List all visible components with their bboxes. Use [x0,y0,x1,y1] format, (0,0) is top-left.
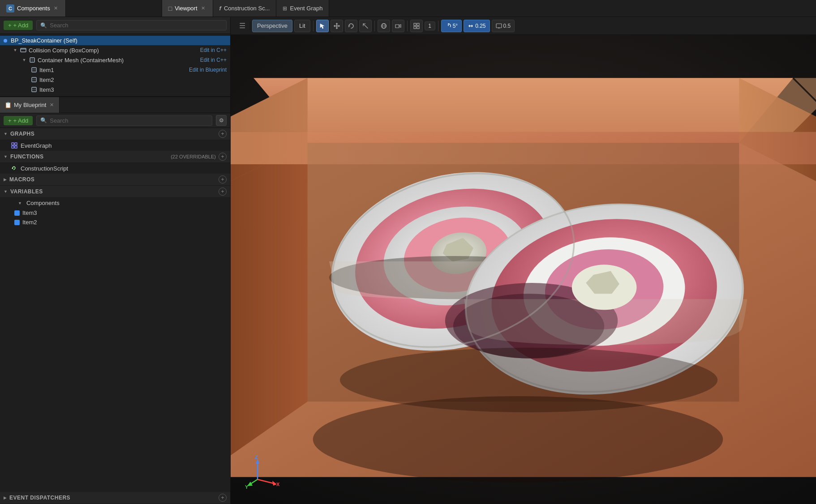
item2-var-dot [14,220,20,225]
blueprint-search-input[interactable] [50,117,208,124]
tree-item-item1[interactable]: Item1 Edit in Blueprint [0,65,230,75]
camera-icon-button[interactable] [392,20,404,32]
blueprint-tab[interactable]: 📋 My Blueprint ✕ [0,97,60,113]
tab-construction-script[interactable]: f Construction Sc... [213,0,277,17]
construction-script-icon [11,165,18,172]
world-icon-button[interactable] [378,20,390,32]
dispatchers-add-button[interactable]: + [219,494,227,502]
blueprint-search-bar[interactable]: 🔍 [36,115,212,126]
bp-event-graph-item[interactable]: EventGraph [0,140,230,151]
viewport-3d[interactable]: Z X Y [231,35,816,504]
macros-label: MACROS [9,176,216,183]
scale-tool-button[interactable] [359,20,372,32]
mesh-icon-item2 [30,76,38,83]
bp-item3-var[interactable]: Item3 [0,208,230,218]
tree-item-collision[interactable]: ▼ Collision Comp (BoxComp) Edit in C++ [0,45,230,55]
graphs-add-button[interactable]: + [219,130,227,138]
perspective-button[interactable]: Perspective [252,20,292,32]
hamburger-button[interactable]: ☰ [234,21,250,30]
svg-rect-15 [417,26,419,29]
grid-icon-button[interactable] [410,20,423,32]
toolbar-separator-3 [407,21,408,31]
viewport-tab-close[interactable]: ✕ [200,5,206,12]
graphs-label: GRAPHS [10,131,216,137]
functions-label: FUNCTIONS [10,154,166,160]
blueprint-settings-button[interactable]: ⚙ [216,115,227,126]
grid-number[interactable]: 1 [425,21,435,30]
tab-event-graph[interactable]: ⊞ Event Graph [276,0,329,17]
scale-value: 0.25 [475,23,485,29]
collision-edit-cpp[interactable]: Edit in C++ [200,47,227,53]
root-item-label: BP_SteakContainer (Self) [11,37,227,44]
components-group-arrow: ▼ [18,201,22,205]
container-mesh-label: Container Mesh (ContainerMesh) [38,57,198,64]
blueprint-add-button[interactable]: + + Add [4,116,33,125]
section-event-dispatchers[interactable]: ▶ EVENT DISPATCHERS + [0,492,230,504]
mesh-icon-container [29,56,36,64]
main-tab-bar: C Components ✕ □ Viewport ✕ f Constructi… [0,0,816,17]
construction-tab-label: Construction Sc... [224,5,270,12]
left-panel: + + Add 🔍 BP_SteakContainer (Self) [0,17,231,504]
item3-label: Item3 [39,86,227,93]
variables-add-button[interactable]: + [219,188,227,196]
svg-rect-14 [414,26,416,29]
functions-add-button[interactable]: + [219,153,227,161]
components-tab-close[interactable]: ✕ [53,5,59,12]
collapse-arrow-collision[interactable]: ▼ [13,47,18,53]
components-search-input[interactable] [50,22,223,29]
viewport-tab-label: Viewport [175,5,197,12]
screen-size-button[interactable]: 0.5 [492,20,515,32]
components-add-icon: + [8,22,12,29]
svg-rect-5 [12,143,14,145]
tab-components[interactable]: C Components ✕ [0,0,66,17]
root-icon [4,39,7,43]
blueprint-tab-close[interactable]: ✕ [48,102,55,108]
rotate-tool-button[interactable] [345,20,357,32]
tab-viewport[interactable]: □ Viewport ✕ [162,0,213,17]
toolbar-separator-1 [313,21,314,31]
svg-rect-0 [21,48,26,52]
scale-snap-button[interactable]: 0.25 [464,20,490,32]
lit-button[interactable]: Lit [294,20,310,32]
event-graph-tab-label: Event Graph [290,5,322,12]
tree-item-root[interactable]: BP_SteakContainer (Self) [0,36,230,45]
collision-label: Collision Comp (BoxComp) [29,47,198,54]
svg-rect-16 [496,24,502,28]
toolbar-separator-4 [438,21,438,31]
mesh-icon-item1 [30,66,38,73]
component-tree: BP_SteakContainer (Self) ▼ Collision Com… [0,34,230,96]
blueprint-add-label: + Add [13,117,29,124]
functions-arrow: ▼ [4,154,8,159]
angle-snap-button[interactable]: 5° [441,20,462,32]
bp-construction-script-item[interactable]: ConstructionScript [0,163,230,174]
bp-item2-var[interactable]: Item2 [0,218,230,227]
svg-rect-7 [12,146,14,148]
variables-label: VARIABLES [10,188,216,195]
svg-marker-24 [231,78,816,132]
section-macros[interactable]: ▶ MACROS + [0,174,230,186]
collapse-arrow-mesh[interactable]: ▼ [21,57,27,63]
section-variables[interactable]: ▼ VARIABLES + [0,186,230,198]
svg-rect-12 [414,23,416,26]
macros-add-button[interactable]: + [219,175,227,184]
tree-item-container-mesh[interactable]: ▼ Container Mesh (ContainerMesh) Edit in… [0,55,230,65]
viewport-scene [231,35,816,504]
tree-item-item3[interactable]: Item3 [0,85,230,94]
functions-badge: (22 OVERRIDABLE) [171,154,216,159]
bp-components-group[interactable]: ▼ Components [0,198,230,208]
components-add-button[interactable]: + + Add [4,21,33,30]
select-tool-button[interactable] [316,20,329,32]
section-functions[interactable]: ▼ FUNCTIONS (22 OVERRIDABLE) + [0,151,230,163]
components-search-bar[interactable]: 🔍 [36,20,227,30]
right-panel: ☰ Perspective Lit [231,17,816,504]
blueprint-add-icon: + [8,117,12,124]
lit-label: Lit [299,22,305,29]
macros-arrow: ▶ [4,177,7,182]
section-graphs[interactable]: ▼ GRAPHS + [0,128,230,140]
container-mesh-edit-cpp[interactable]: Edit in C++ [200,57,227,63]
tree-item-item2[interactable]: Item2 [0,75,230,85]
move-tool-button[interactable] [331,20,343,32]
angle-value: 5° [453,23,458,29]
viewport-toolbar: ☰ Perspective Lit [231,17,816,35]
item1-edit-blueprint[interactable]: Edit in Blueprint [189,67,227,73]
